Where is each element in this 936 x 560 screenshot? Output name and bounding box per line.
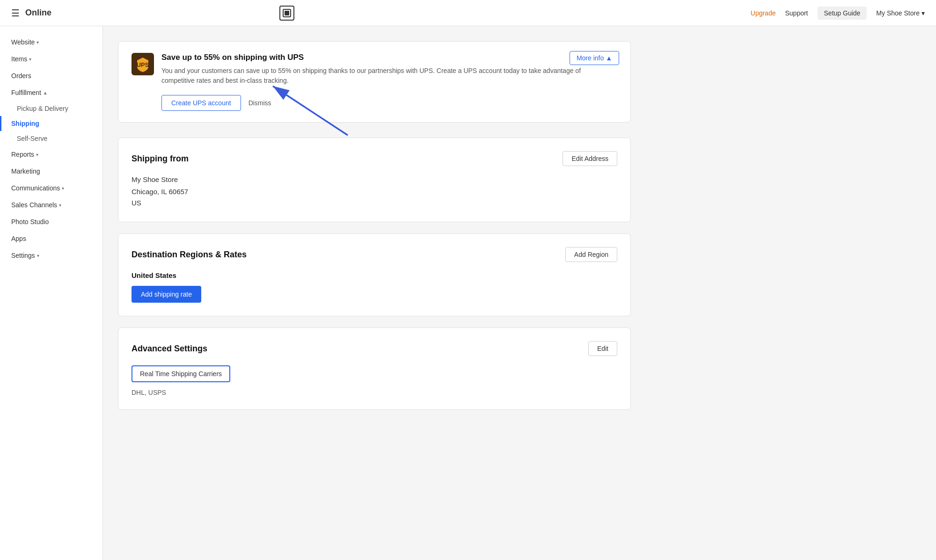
more-info-button[interactable]: More info ▲: [570, 51, 619, 65]
chevron-down-icon: ▾: [29, 57, 31, 62]
address-line2: US: [132, 199, 141, 207]
sidebar-item-label: Items: [11, 55, 27, 63]
sidebar-item-label: Photo Studio: [11, 218, 49, 225]
ups-description: You and your customers can save up to 55…: [161, 66, 583, 86]
ups-text-area: Save up to 55% on shipping with UPS You …: [161, 53, 617, 86]
ups-banner: UPS Save up to 55% on shipping with UPS …: [118, 41, 631, 123]
brand-name: Online: [25, 8, 51, 18]
sidebar: Website ▾ Items ▾ Orders Fulfillment ▲ P…: [0, 26, 103, 560]
upgrade-link[interactable]: Upgrade: [751, 9, 776, 17]
top-navigation: ☰ Online Upgrade Support Setup Guide My …: [0, 0, 936, 26]
sidebar-item-reports[interactable]: Reports ▾: [0, 146, 102, 163]
topnav-left: ☰ Online: [11, 7, 51, 19]
advanced-settings-edit-button[interactable]: Edit: [588, 341, 617, 356]
svg-rect-1: [285, 11, 289, 15]
sidebar-item-marketing[interactable]: Marketing: [0, 163, 102, 180]
ups-logo: UPS: [132, 53, 154, 75]
shipping-from-title: Shipping from: [132, 154, 189, 164]
svg-text:UPS: UPS: [137, 61, 149, 68]
sidebar-item-shipping[interactable]: Shipping: [0, 116, 102, 131]
chevron-down-icon: ▾: [59, 203, 61, 208]
sidebar-item-apps[interactable]: Apps: [0, 230, 102, 247]
square-logo-icon: [279, 6, 294, 21]
chevron-down-icon: ▾: [36, 152, 38, 157]
add-shipping-rate-button[interactable]: Add shipping rate: [132, 286, 201, 303]
ups-title: Save up to 55% on shipping with UPS: [161, 53, 617, 62]
region-name: United States: [132, 271, 617, 279]
store-name-display: My Shoe Store: [132, 175, 617, 183]
address-display: Chicago, IL 60657 US: [132, 186, 617, 209]
ups-actions: Create UPS account Dismiss: [161, 95, 617, 111]
real-time-shipping-carriers-badge[interactable]: Real Time Shipping Carriers: [132, 365, 230, 382]
shipping-from-header: Shipping from Edit Address: [132, 151, 617, 166]
store-name-label: My Shoe Store: [876, 9, 920, 17]
sidebar-item-website[interactable]: Website ▾: [0, 34, 102, 51]
store-name-button[interactable]: My Shoe Store ▾: [876, 9, 925, 17]
sidebar-item-self-serve[interactable]: Self-Serve: [0, 131, 102, 146]
sidebar-item-pickup-delivery[interactable]: Pickup & Delivery: [0, 101, 102, 116]
destination-regions-header: Destination Regions & Rates Add Region: [132, 247, 617, 262]
ups-banner-header: UPS Save up to 55% on shipping with UPS …: [132, 53, 617, 86]
sidebar-item-label: Settings: [11, 252, 35, 259]
sidebar-item-photo-studio[interactable]: Photo Studio: [0, 213, 102, 230]
sidebar-item-settings[interactable]: Settings ▾: [0, 247, 102, 264]
sidebar-item-label: Communications: [11, 184, 60, 192]
sidebar-item-label: Pickup & Delivery: [17, 105, 68, 112]
shipping-from-section: Shipping from Edit Address My Shoe Store…: [118, 138, 631, 222]
sidebar-item-items[interactable]: Items ▾: [0, 51, 102, 67]
create-ups-account-button[interactable]: Create UPS account: [161, 95, 241, 111]
sidebar-item-label: Shipping: [11, 120, 39, 127]
chevron-up-icon: ▲: [43, 90, 48, 95]
chevron-down-icon: ▾: [37, 40, 39, 45]
main-content: UPS Save up to 55% on shipping with UPS …: [103, 26, 646, 560]
sidebar-item-label: Reports: [11, 151, 34, 158]
support-link[interactable]: Support: [785, 9, 808, 17]
add-region-button[interactable]: Add Region: [565, 247, 617, 262]
hamburger-icon[interactable]: ☰: [11, 7, 20, 19]
advanced-settings-header: Advanced Settings Edit: [132, 341, 617, 356]
sidebar-item-orders[interactable]: Orders: [0, 67, 102, 84]
sidebar-item-label: Sales Channels: [11, 201, 57, 209]
page-layout: Website ▾ Items ▾ Orders Fulfillment ▲ P…: [0, 26, 936, 560]
topnav-right: Upgrade Support Setup Guide My Shoe Stor…: [751, 7, 925, 20]
setup-guide-button[interactable]: Setup Guide: [818, 7, 867, 20]
sidebar-item-communications[interactable]: Communications ▾: [0, 180, 102, 196]
sidebar-item-label: Self-Serve: [17, 135, 47, 142]
destination-regions-section: Destination Regions & Rates Add Region U…: [118, 233, 631, 316]
chevron-down-icon: ▾: [37, 253, 39, 258]
sidebar-item-label: Website: [11, 38, 35, 46]
advanced-settings-section: Advanced Settings Edit Real Time Shippin…: [118, 327, 631, 410]
advanced-settings-title: Advanced Settings: [132, 344, 207, 354]
dismiss-button[interactable]: Dismiss: [249, 99, 271, 107]
destination-regions-title: Destination Regions & Rates: [132, 250, 247, 260]
sidebar-item-label: Marketing: [11, 167, 40, 175]
sidebar-item-label: Apps: [11, 235, 26, 242]
sidebar-item-label: Orders: [11, 72, 31, 80]
edit-address-button[interactable]: Edit Address: [563, 151, 617, 166]
topnav-logo: [279, 6, 294, 21]
sidebar-item-sales-channels[interactable]: Sales Channels ▾: [0, 196, 102, 213]
address-line1: Chicago, IL 60657: [132, 188, 188, 196]
store-chevron-icon: ▾: [921, 9, 925, 17]
sidebar-item-fulfillment[interactable]: Fulfillment ▲: [0, 84, 102, 101]
sidebar-item-label: Fulfillment: [11, 89, 41, 96]
chevron-down-icon: ▾: [62, 186, 64, 191]
carriers-list: DHL, USPS: [132, 389, 617, 396]
